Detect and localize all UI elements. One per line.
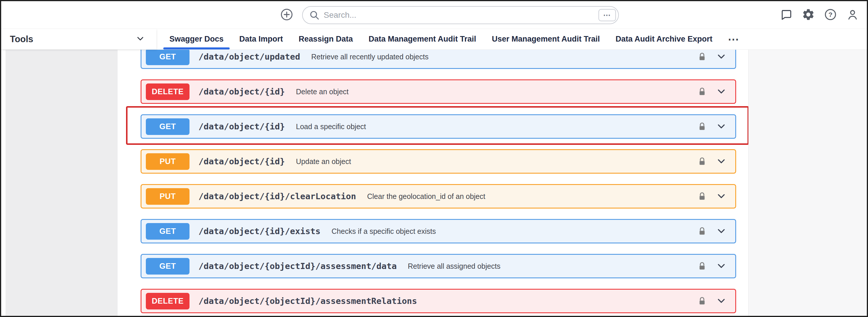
endpoint-row[interactable]: DELETE /data/object/{id} Delete an objec… <box>141 79 736 104</box>
tab-data-import[interactable]: Data Import <box>231 29 291 49</box>
method-badge: GET <box>146 223 189 240</box>
endpoint-row[interactable]: PUT /data/object/{id} Update an object <box>141 149 736 174</box>
lock-icon[interactable] <box>698 52 707 61</box>
endpoint-row[interactable]: PUT /data/object/{id}/clearLocation Clea… <box>141 184 736 209</box>
tab-data-management-audit-trail[interactable]: Data Management Audit Trail <box>361 29 484 49</box>
swagger-endpoint-list: GET /data/object/updated Retrieve all re… <box>118 50 748 316</box>
endpoint-description: Checks if a specific object exists <box>332 227 436 236</box>
endpoint-description: Retrieve all recently updated objects <box>311 52 429 61</box>
endpoint-description: Update an object <box>296 157 351 166</box>
tab-swagger-docs[interactable]: Swagger Docs <box>161 29 231 49</box>
lock-icon[interactable] <box>698 192 707 201</box>
user-button[interactable] <box>846 8 859 22</box>
lock-icon[interactable] <box>698 226 707 236</box>
chevron-down-icon[interactable] <box>716 296 726 306</box>
left-sidebar-panel <box>5 50 118 316</box>
lock-icon[interactable] <box>698 261 707 271</box>
chat-button[interactable] <box>779 8 793 22</box>
search-icon <box>309 9 320 21</box>
tools-label: Tools <box>10 34 33 44</box>
method-badge: DELETE <box>146 293 189 310</box>
method-badge: GET <box>146 50 189 65</box>
endpoint-row[interactable]: GET /data/object/{id}/exists Checks if a… <box>141 219 736 243</box>
search-input[interactable] <box>324 10 598 20</box>
chat-icon <box>780 8 793 22</box>
endpoint-path: /data/object/updated <box>198 52 300 62</box>
endpoint-description: Retrieve all assigned objects <box>408 262 500 271</box>
endpoint-description: Load a specific object <box>296 122 366 131</box>
settings-button[interactable] <box>802 8 815 22</box>
method-badge: PUT <box>146 153 189 170</box>
tabs: Swagger Docs Data Import Reassign Data D… <box>156 29 867 49</box>
lock-icon[interactable] <box>698 87 707 96</box>
endpoint-description: Clear the geolocation_id of an object <box>367 192 485 201</box>
endpoint-path: /data/object/{id} <box>198 121 285 132</box>
top-bar: ⋯ ? <box>1 1 867 29</box>
svg-text:?: ? <box>829 11 833 18</box>
endpoint-row[interactable]: GET /data/object/updated Retrieve all re… <box>141 50 736 69</box>
chevron-down-icon <box>135 34 145 45</box>
method-badge: PUT <box>146 188 189 205</box>
gear-icon <box>802 8 815 22</box>
lock-icon[interactable] <box>698 157 707 166</box>
chevron-down-icon[interactable] <box>716 226 726 237</box>
endpoint-path: /data/object/{id}/clearLocation <box>198 191 356 201</box>
method-badge: GET <box>146 258 189 275</box>
endpoint-description: Delete an object <box>296 87 349 96</box>
add-button[interactable] <box>280 8 293 22</box>
more-tabs-button[interactable]: ⋯ <box>720 29 746 49</box>
method-badge: DELETE <box>146 83 189 100</box>
content-area: GET /data/object/updated Retrieve all re… <box>1 50 867 316</box>
endpoint-path: /data/object/{id}/exists <box>198 226 320 236</box>
lock-icon[interactable] <box>698 122 707 131</box>
tools-dropdown[interactable]: Tools <box>1 29 156 49</box>
user-icon <box>846 8 859 22</box>
endpoint-path: /data/object/{id} <box>198 87 285 97</box>
endpoint-path: /data/object/{objectId}/assessment/data <box>198 261 397 271</box>
search-options-button[interactable]: ⋯ <box>598 9 616 21</box>
tab-bar: Tools Swagger Docs Data Import Reassign … <box>1 29 867 50</box>
search-bar: ⋯ <box>302 6 619 24</box>
method-badge: GET <box>146 118 189 135</box>
tab-data-audit-archive-export[interactable]: Data Audit Archive Export <box>608 29 720 49</box>
right-margin-panel <box>748 50 867 316</box>
chevron-down-icon[interactable] <box>716 86 726 97</box>
plus-circle-icon <box>280 8 293 22</box>
app-window: ⋯ ? <box>0 0 868 317</box>
endpoint-path: /data/object/{objectId}/assessmentRelati… <box>198 296 417 306</box>
endpoint-row[interactable]: GET /data/object/{objectId}/assessment/d… <box>141 254 736 278</box>
help-button[interactable]: ? <box>824 8 837 22</box>
endpoint-path: /data/object/{id} <box>198 156 285 166</box>
chevron-down-icon[interactable] <box>716 121 726 132</box>
chevron-down-icon[interactable] <box>716 261 726 271</box>
chevron-down-icon[interactable] <box>716 51 726 62</box>
help-icon: ? <box>824 8 837 22</box>
lock-icon[interactable] <box>698 296 707 306</box>
tab-reassign-data[interactable]: Reassign Data <box>291 29 361 49</box>
chevron-down-icon[interactable] <box>716 156 726 167</box>
chevron-down-icon[interactable] <box>716 191 726 202</box>
endpoint-row-highlighted[interactable]: GET /data/object/{id} Load a specific ob… <box>141 114 736 139</box>
endpoint-row[interactable]: DELETE /data/object/{objectId}/assessmen… <box>141 289 736 313</box>
tab-user-management-audit-trail[interactable]: User Management Audit Trail <box>484 29 608 49</box>
